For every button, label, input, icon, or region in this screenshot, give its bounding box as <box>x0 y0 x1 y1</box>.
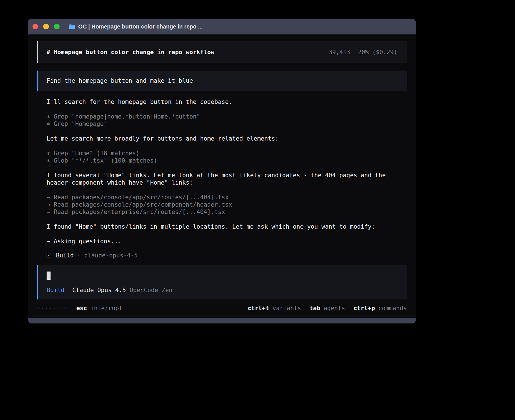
session-header: # Homepage button color change in repo w… <box>37 41 407 63</box>
input-provider-label: OpenCode Zen <box>130 286 173 294</box>
agent-status-line: Build · claude-opus-4-5 <box>37 252 407 259</box>
tool-call-read: → Read packages/console/app/src/routes/[… <box>47 194 403 201</box>
blank-line <box>47 142 403 150</box>
input-meta: Build Claude Opus 4.5 OpenCode Zen <box>47 286 401 294</box>
assistant-message: Let me search more broadly for buttons a… <box>47 135 403 142</box>
zoom-window-button[interactable] <box>54 24 60 29</box>
token-count: 39,413 <box>329 49 350 56</box>
session-stats: 39,413 20% ($0.29) <box>329 49 397 56</box>
input-model-label[interactable]: Claude Opus 4.5 <box>72 286 126 294</box>
status-asking-questions: ~ Asking questions... <box>47 238 403 245</box>
minimize-window-button[interactable] <box>43 24 49 29</box>
tool-call-glob: ∗ Glob "**/*.tsx" (100 matches) <box>47 157 403 164</box>
blank-line <box>47 216 403 223</box>
shortcut-label-commands: commands <box>378 305 407 312</box>
blank-line <box>47 128 403 135</box>
window-bottom-frame <box>28 318 416 323</box>
prompt-input[interactable]: Build Claude Opus 4.5 OpenCode Zen <box>37 265 407 299</box>
agent-model: claude-opus-4-5 <box>84 252 138 259</box>
terminal-window: OC | Homepage button color change in rep… <box>28 19 416 323</box>
blank-line <box>47 230 403 238</box>
shortcut-label-variants: variants <box>272 305 301 312</box>
assistant-message: I found several "Home" links. Let me loo… <box>47 172 403 186</box>
tool-call-grep: ∗ Grep "Homepage" <box>47 120 403 128</box>
folder-icon <box>69 24 75 29</box>
tool-call-read: → Read packages/enterprise/src/routes/[.… <box>47 208 403 216</box>
blank-line <box>47 164 403 172</box>
user-message: Find the homepage button and make it blu… <box>37 71 407 91</box>
blank-line <box>47 106 403 113</box>
separator-dot: · <box>77 252 81 259</box>
tool-call-grep: ∗ Grep "homepage|home.*button|Home.*butt… <box>47 113 403 120</box>
text-cursor <box>47 272 51 280</box>
tool-call-grep: ∗ Grep "Home" (18 matches) <box>47 150 403 157</box>
titlebar[interactable]: OC | Homepage button color change in rep… <box>28 19 416 34</box>
user-message-text: Find the homepage button and make it blu… <box>47 77 193 84</box>
shortcut-key-esc: esc <box>76 305 87 312</box>
terminal-content[interactable]: # Homepage button color change in repo w… <box>28 34 416 318</box>
shortcut-interrupt: esc interrupt <box>76 305 123 312</box>
shortcut-commands: ctrl+p commands <box>353 305 407 312</box>
agent-name: Build <box>56 252 74 259</box>
agent-mode-icon <box>47 254 50 257</box>
shortcut-agents: tab agents <box>309 305 345 312</box>
assistant-message: I'll search for the homepage button in t… <box>47 98 403 106</box>
shortcut-variants: ctrl+t variants <box>248 305 301 312</box>
assistant-message: I found "Home" buttons/links in multiple… <box>47 223 403 230</box>
spinner-dots: ········ <box>37 305 68 312</box>
blank-line <box>47 186 403 194</box>
shortcut-label-agents: agents <box>324 305 345 312</box>
tool-call-read: → Read packages/console/app/src/componen… <box>47 201 403 208</box>
chat-transcript: I'll search for the homepage button in t… <box>37 98 407 245</box>
shortcut-key-ctrl-p: ctrl+p <box>353 305 375 312</box>
shortcut-label-interrupt: interrupt <box>90 305 123 312</box>
shortcut-key-ctrl-t: ctrl+t <box>248 305 269 312</box>
session-title: # Homepage button color change in repo w… <box>47 49 214 56</box>
shortcut-key-tab: tab <box>309 305 320 312</box>
footer-right: ctrl+t variants tab agents ctrl+p comman… <box>248 305 407 312</box>
window-title: OC | Homepage button color change in rep… <box>78 23 203 30</box>
status-footer: ········ esc interrupt ctrl+t variants t… <box>37 305 407 312</box>
input-agent-label[interactable]: Build <box>47 286 64 294</box>
traffic-lights <box>32 24 60 29</box>
close-window-button[interactable] <box>32 24 38 29</box>
footer-left: ········ esc interrupt <box>37 305 123 312</box>
context-cost-stat: 20% ($0.29) <box>358 49 397 56</box>
